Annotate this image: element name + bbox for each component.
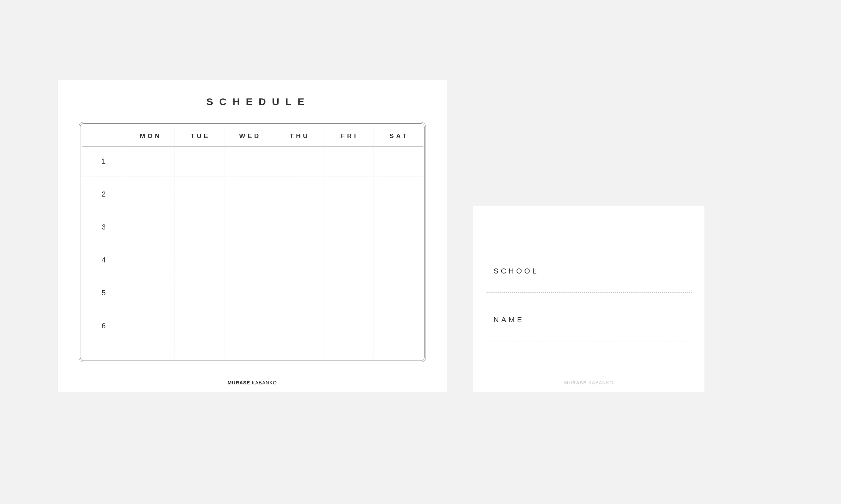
schedule-grid: MON TUE WED THU FRI SAT 1 2 3 4 5 6 bbox=[82, 126, 423, 359]
brand-namecard: MURASE KABANKO bbox=[473, 380, 704, 385]
row-divider bbox=[82, 308, 423, 308]
col-divider bbox=[224, 126, 224, 359]
day-head-tue: TUE bbox=[175, 126, 224, 146]
header-underline bbox=[82, 146, 423, 147]
day-head-thu: THU bbox=[274, 126, 324, 146]
row-divider bbox=[82, 209, 423, 209]
school-underline bbox=[486, 292, 692, 293]
period-2: 2 bbox=[82, 179, 125, 209]
label-school: SCHOOL bbox=[494, 267, 539, 275]
period-6: 6 bbox=[82, 311, 125, 341]
day-head-mon: MON bbox=[125, 126, 175, 146]
brand-schedule: MURASE KABANKO bbox=[58, 380, 447, 385]
brand-rest: KABANKO bbox=[250, 380, 277, 385]
day-head-wed: WED bbox=[224, 126, 274, 146]
period-5: 5 bbox=[82, 278, 125, 308]
col-divider bbox=[274, 126, 274, 359]
day-head-sat: SAT bbox=[373, 126, 423, 146]
schedule-frame: MON TUE WED THU FRI SAT 1 2 3 4 5 6 bbox=[79, 122, 426, 362]
period-4: 4 bbox=[82, 245, 125, 275]
periods-divider bbox=[125, 126, 125, 359]
brand-bold: MURASE bbox=[228, 380, 250, 385]
col-divider bbox=[324, 126, 324, 359]
period-3: 3 bbox=[82, 212, 125, 242]
schedule-title: SCHEDULE bbox=[58, 96, 453, 108]
label-name: NAME bbox=[494, 316, 525, 324]
brand-rest: KABANKO bbox=[587, 380, 614, 385]
name-underline bbox=[486, 341, 692, 341]
day-head-fri: FRI bbox=[324, 126, 373, 146]
row-divider bbox=[82, 341, 423, 341]
col-divider bbox=[175, 126, 175, 359]
row-divider bbox=[82, 176, 423, 176]
row-divider bbox=[82, 242, 423, 242]
period-1: 1 bbox=[82, 146, 125, 176]
name-card: SCHOOL NAME MURASE KABANKO bbox=[473, 205, 704, 392]
brand-bold: MURASE bbox=[564, 380, 587, 385]
schedule-card: SCHEDULE MON bbox=[58, 79, 447, 392]
col-divider bbox=[373, 126, 373, 359]
row-divider bbox=[82, 275, 423, 275]
document-canvas: SCHEDULE MON bbox=[0, 0, 841, 504]
